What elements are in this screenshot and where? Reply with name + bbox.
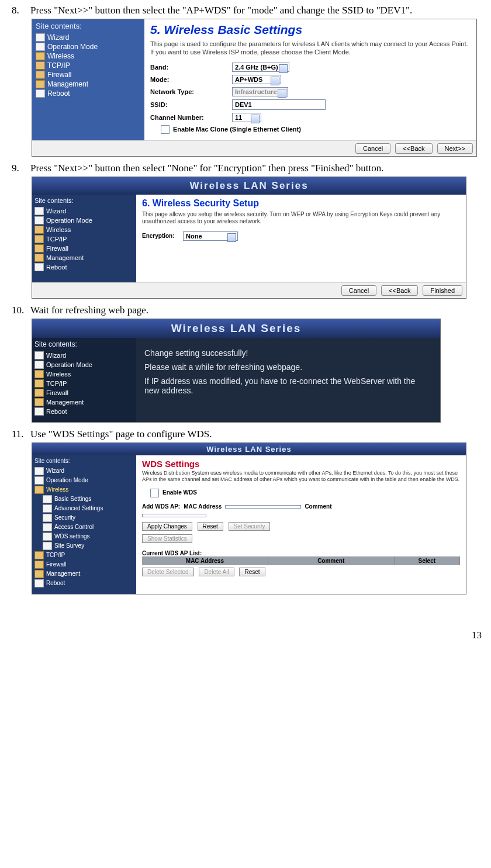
back-button[interactable]: <<Back	[395, 143, 432, 154]
msg-ip: If IP address was modified, you have to …	[144, 376, 432, 395]
select-channel[interactable]: 11	[232, 113, 261, 122]
sidebar-item-management[interactable]: Management	[34, 253, 134, 262]
label-encryption: Encryption:	[142, 233, 183, 239]
msg-wait: Please wait a while for refreshing webpa…	[144, 362, 432, 372]
input-comment[interactable]	[142, 514, 206, 517]
sidebar-item-opmode[interactable]: Operation Mode	[36, 42, 141, 51]
doc-icon	[34, 579, 44, 587]
show-statistics-button[interactable]: Show Statistics	[142, 534, 192, 543]
panel-wireless-basic: 5. Wireless Basic Settings This page is …	[144, 19, 476, 140]
panel-wireless-security: 6. Wireless Security Setup This page all…	[136, 195, 466, 282]
sidebar-item-tcpip[interactable]: TCP/IP	[34, 379, 134, 388]
folder-icon	[34, 570, 44, 578]
sidebar-sub-basic[interactable]: Basic Settings	[43, 494, 134, 504]
cancel-button[interactable]: Cancel	[341, 285, 376, 296]
sidebar-item-management[interactable]: Management	[34, 397, 134, 407]
select-mode[interactable]: AP+WDS	[232, 75, 281, 84]
panel-heading: 6. Wireless Security Setup	[142, 198, 460, 209]
input-ssid[interactable]: DEV1	[232, 99, 326, 110]
panel-heading: 5. Wireless Basic Settings	[150, 23, 471, 37]
sidebar-item-reboot[interactable]: Reboot	[34, 579, 134, 588]
panel-refreshing: Change setting successfully! Please wait…	[136, 338, 440, 422]
label-band: Band:	[150, 64, 232, 71]
screenshot-refreshing: Wireless LAN Series Site contents: Wizar…	[32, 319, 441, 423]
sidebar-item-tcpip[interactable]: TCP/IP	[36, 61, 141, 70]
select-encryption[interactable]: None	[183, 231, 238, 241]
input-mac[interactable]	[225, 505, 301, 509]
sidebar-item-firewall[interactable]: Firewall	[34, 244, 134, 253]
apply-button[interactable]: Apply Changes	[142, 522, 192, 531]
sidebar-item-firewall[interactable]: Firewall	[36, 70, 141, 79]
sidebar-item-opmode[interactable]: Operation Mode	[34, 476, 134, 485]
button-bar: Cancel <<Back Finished	[32, 282, 466, 298]
sidebar: Site contents: Wizard Operation Mode Wir…	[32, 455, 136, 594]
set-security-button[interactable]: Set Security	[229, 522, 271, 531]
label-list-title: Current WDS AP List:	[142, 550, 460, 556]
sidebar-sub-security[interactable]: Security	[43, 513, 134, 523]
sidebar-item-opmode[interactable]: Operation Mode	[34, 216, 134, 225]
msg-success: Change setting successfully!	[144, 348, 432, 358]
checkbox-mac-clone[interactable]	[161, 125, 170, 134]
doc-icon	[36, 33, 45, 42]
sidebar-item-management[interactable]: Management	[34, 569, 134, 579]
checkbox-enable-wds[interactable]	[150, 489, 159, 497]
doc-icon	[34, 476, 44, 485]
sidebar-item-tcpip[interactable]: TCP/IP	[34, 234, 134, 244]
label-mac-clone: Enable Mac Clone (Single Ethernet Client…	[173, 126, 301, 133]
sidebar-item-firewall[interactable]: Firewall	[34, 560, 134, 569]
finished-button[interactable]: Finished	[423, 285, 462, 296]
doc-icon	[43, 504, 52, 513]
doc-icon	[34, 216, 44, 224]
sidebar-item-wizard[interactable]: Wizard	[34, 466, 134, 476]
folder-icon	[34, 226, 44, 234]
sidebar-item-reboot[interactable]: Reboot	[34, 407, 134, 416]
delete-selected-button[interactable]: Delete Selected	[142, 568, 194, 576]
step-8: 8. Press "Next>>" button then select the…	[12, 5, 485, 16]
table-header: MAC Address Comment Select	[142, 556, 460, 565]
label-mac: MAC Address	[184, 503, 222, 510]
label-ntype: Network Type:	[150, 88, 232, 95]
sidebar-item-wireless[interactable]: Wireless	[34, 369, 134, 379]
step-number: 11.	[12, 428, 30, 440]
panel-wds: WDS Settings Wireless Distribution Syste…	[136, 455, 466, 594]
sidebar-item-wireless[interactable]: Wireless	[34, 225, 134, 234]
doc-icon	[34, 467, 44, 475]
banner: Wireless LAN Series	[32, 319, 440, 338]
sidebar-item-opmode[interactable]: Operation Mode	[34, 360, 134, 369]
select-band[interactable]: 2.4 GHz (B+G)	[232, 63, 289, 72]
sidebar: Site contents: Wizard Operation Mode Wir…	[32, 338, 136, 422]
step-number: 9.	[12, 162, 30, 174]
sidebar-title: Site contents:	[34, 197, 134, 204]
reset2-button[interactable]: Reset	[239, 568, 265, 576]
sidebar-item-wizard[interactable]: Wizard	[36, 33, 141, 42]
doc-icon	[43, 523, 52, 531]
panel-heading: WDS Settings	[142, 459, 460, 469]
sidebar-sub-wds[interactable]: WDS settings	[43, 532, 134, 541]
back-button[interactable]: <<Back	[381, 285, 418, 296]
delete-all-button[interactable]: Delete All	[199, 568, 234, 576]
cancel-button[interactable]: Cancel	[355, 143, 390, 154]
label-channel: Channel Number:	[150, 114, 232, 121]
select-network-type: Infrastructure	[232, 87, 288, 96]
folder-icon	[36, 71, 45, 79]
folder-icon	[34, 254, 44, 262]
sidebar-item-wireless[interactable]: Wireless	[36, 51, 141, 61]
doc-icon	[36, 43, 45, 51]
next-button[interactable]: Next>>	[437, 143, 473, 154]
sidebar-item-management[interactable]: Management	[36, 79, 141, 89]
sidebar-item-reboot[interactable]: Reboot	[34, 262, 134, 272]
sidebar-item-tcpip[interactable]: TCP/IP	[34, 551, 134, 560]
sidebar-sub-access[interactable]: Access Control	[43, 523, 134, 532]
sidebar-title: Site contents:	[34, 340, 134, 348]
sidebar-item-wizard[interactable]: Wizard	[34, 206, 134, 216]
sidebar-item-reboot[interactable]: Reboot	[36, 89, 141, 98]
sidebar-sub-advanced[interactable]: Advanced Settings	[43, 504, 134, 513]
reset-button[interactable]: Reset	[198, 522, 223, 531]
sidebar-item-firewall[interactable]: Firewall	[34, 388, 134, 397]
sidebar-item-wizard[interactable]: Wizard	[34, 351, 134, 360]
sidebar-sub-survey[interactable]: Site Survey	[43, 541, 134, 551]
doc-icon	[43, 532, 52, 541]
step-number: 8.	[12, 5, 30, 16]
step-11: 11. Use "WDS Settings" page to configure…	[12, 428, 485, 440]
sidebar-item-wireless[interactable]: Wireless	[34, 485, 134, 494]
